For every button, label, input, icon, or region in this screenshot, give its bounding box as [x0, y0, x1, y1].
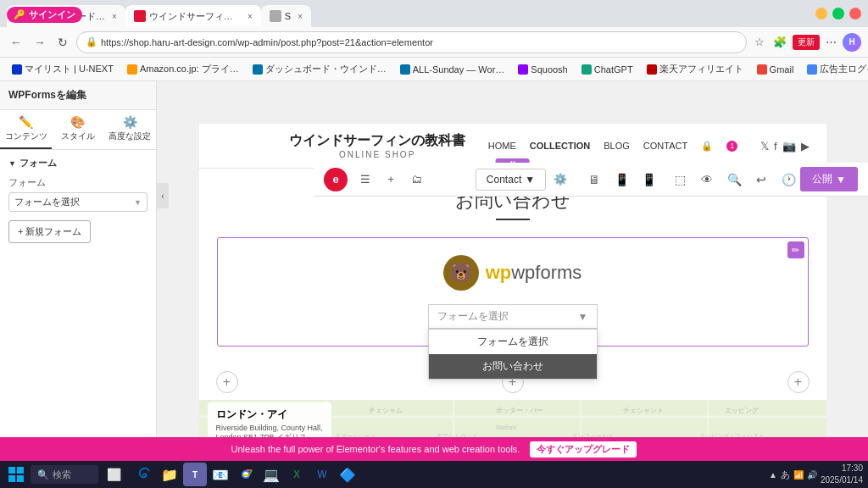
taskbar-app-chrome[interactable]: [234, 463, 258, 486]
folder-icon[interactable]: 🗂: [405, 169, 427, 191]
eye-icon[interactable]: 👁: [695, 168, 719, 191]
publish-btn-label: 公開: [812, 172, 832, 186]
add-widget-topbar-icon[interactable]: +: [380, 169, 402, 191]
nav-blog[interactable]: BLOG: [604, 141, 630, 152]
taskbar-clock[interactable]: 17:30 2025/01/14: [821, 463, 863, 486]
wpforms-text: wpwpforms: [486, 262, 582, 284]
add-widget-right-btn[interactable]: +: [787, 371, 810, 393]
bookmark-ads[interactable]: 広告主ログイン: [802, 61, 868, 77]
undo-icon[interactable]: ↩: [749, 168, 773, 191]
device-icons: 🖥 📱 📱: [583, 169, 659, 191]
site-social: 𝕏 f 📷 ▶: [760, 140, 810, 152]
publish-button[interactable]: 公開 ▼: [800, 167, 858, 191]
page-section: お問い合わせ ✏ 🐻 wpwpforms: [199, 170, 826, 364]
add-widget-left-btn[interactable]: +: [216, 371, 238, 393]
profile-icon[interactable]: H: [843, 33, 861, 52]
win-minimize-btn[interactable]: [815, 8, 827, 19]
youtube-icon[interactable]: ▶: [801, 140, 810, 152]
win-close-btn[interactable]: [849, 8, 861, 19]
sidebar-tabs: ✏️ コンテンツ 🎨 スタイル ⚙️ 高度な設定: [0, 110, 156, 150]
taskbar-app-outlook[interactable]: 📧: [209, 463, 232, 486]
publish-btn-arrow: ▼: [836, 174, 846, 186]
wpforms-edit-btn[interactable]: ✏: [787, 241, 804, 258]
advanced-tab-label: 高度な設定: [108, 130, 151, 142]
tab-close-icon[interactable]: ×: [112, 12, 117, 21]
elementor-logo: e: [324, 168, 348, 191]
bookmark-squoosh[interactable]: Squoosh: [513, 63, 572, 76]
tab-close-active-icon[interactable]: ×: [248, 12, 253, 21]
instagram-icon[interactable]: 📷: [782, 140, 796, 152]
tab-favicon-active: [134, 10, 146, 22]
taskbar-search[interactable]: 🔍 検索: [31, 465, 98, 484]
twitter-icon[interactable]: 𝕏: [760, 140, 769, 152]
tab-active[interactable]: ウインドサーフィン… ×: [125, 5, 261, 27]
tab-item-2[interactable]: S ×: [261, 5, 311, 27]
forward-btn[interactable]: →: [31, 34, 49, 51]
dropdown-option-contact[interactable]: お問い合わせ: [429, 354, 597, 379]
nav-contact[interactable]: CONTACT: [643, 141, 687, 152]
site-logo-text: ウインドサーフィンの教科書: [289, 132, 465, 150]
tab-close-2-icon[interactable]: ×: [298, 12, 303, 21]
windows-start-btn[interactable]: [5, 463, 27, 485]
panel-icon[interactable]: ⬚: [668, 168, 692, 191]
tray-up-icon[interactable]: ▲: [769, 470, 777, 480]
bookmark-label-squoosh: Squoosh: [531, 64, 567, 75]
taskbar-app-explorer[interactable]: 📁: [158, 463, 181, 486]
upgrade-button[interactable]: 今すぐアップグレード: [530, 441, 637, 458]
bookmark-unext[interactable]: マイリスト | U-NEXT: [7, 61, 119, 77]
hamburger-icon[interactable]: ☰: [354, 169, 376, 191]
svg-text:エッピング: エッピング: [725, 407, 760, 414]
sidebar-tab-content[interactable]: ✏️ コンテンツ: [0, 110, 52, 149]
taskbar-app-teams2[interactable]: 🔷: [336, 463, 359, 486]
form-select-display[interactable]: フォームを選択 ▼: [428, 304, 598, 329]
signin-label: サインイン: [29, 8, 75, 21]
sidebar-collapse-arrow[interactable]: ‹: [157, 183, 169, 208]
nav-lock[interactable]: 🔒: [701, 141, 713, 152]
taskbar-app-excel[interactable]: X: [285, 463, 309, 486]
promo-bar: Unleash the full power of Elementor's fe…: [0, 437, 868, 461]
tab-favicon-2: [270, 10, 281, 22]
search-topbar-icon[interactable]: 🔍: [722, 168, 746, 191]
sidebar-tab-advanced[interactable]: ⚙️ 高度な設定: [104, 110, 156, 149]
sidebar-tab-style[interactable]: 🎨 スタイル: [52, 110, 103, 149]
mobile-icon[interactable]: 📱: [637, 169, 659, 191]
settings-gear-icon[interactable]: ⚙️: [549, 169, 571, 191]
contact-btn-arrow: ▼: [525, 174, 535, 186]
nav-collection[interactable]: COLLECTION: [530, 141, 591, 152]
contact-button[interactable]: Contact ▼: [476, 169, 546, 191]
back-btn[interactable]: ←: [7, 34, 25, 51]
bookmark-chatgpt[interactable]: ChatGPT: [576, 63, 638, 76]
bookmark-rakuten[interactable]: 楽天アフィリエイト: [642, 61, 748, 77]
new-form-button[interactable]: + 新規フォーム: [8, 220, 91, 243]
taskbar-app-edge[interactable]: [132, 463, 156, 486]
dropdown-option-placeholder[interactable]: フォームを選択: [429, 330, 597, 354]
tablet-icon[interactable]: 📱: [610, 169, 632, 191]
bookmark-allsunday[interactable]: ALL-Sunday — Wor…: [395, 63, 510, 76]
taskbar-app-teams[interactable]: T: [183, 463, 207, 486]
update-btn[interactable]: 更新: [793, 35, 820, 50]
taskbar-app-word[interactable]: W: [310, 463, 334, 486]
tray-sound-icon[interactable]: 🔊: [807, 470, 817, 480]
taskview-btn[interactable]: ⬜: [102, 463, 125, 486]
bookmark-gmail[interactable]: Gmail: [752, 63, 799, 76]
address-box[interactable]: 🔒 https://shop.haru-art-design.com/wp-ad…: [76, 31, 747, 53]
extensions-btn[interactable]: 🧩: [771, 34, 789, 50]
bookmark-favicon-wp: [253, 64, 263, 75]
desktop-icon[interactable]: 🖥: [583, 169, 605, 191]
nav-home[interactable]: HOME: [488, 141, 516, 152]
facebook-icon[interactable]: f: [774, 140, 777, 152]
bookmark-amazon[interactable]: Amazon.co.jp: プライ…: [122, 61, 244, 77]
win-maximize-btn[interactable]: [832, 8, 844, 19]
refresh-btn[interactable]: ↻: [54, 34, 71, 51]
taskbar-app-vscode[interactable]: 💻: [259, 463, 283, 486]
form-select[interactable]: フォームを選択 ▼: [8, 192, 147, 212]
star-btn[interactable]: ☆: [752, 34, 767, 50]
sidebar-header: WPFormsを編集: [0, 81, 156, 110]
history-icon[interactable]: 🕐: [776, 168, 800, 191]
site-nav: HOME COLLECTION BLOG CONTACT 🔒 1: [488, 141, 737, 152]
tray-wifi-icon[interactable]: 📶: [793, 470, 804, 480]
bookmark-wp[interactable]: ダッシュボード・ウインド…: [248, 61, 392, 77]
menu-btn[interactable]: ⋯: [823, 34, 839, 50]
signin-badge[interactable]: 🔑 サインイン: [7, 7, 82, 23]
wpforms-bear-icon: 🐻: [443, 255, 479, 291]
